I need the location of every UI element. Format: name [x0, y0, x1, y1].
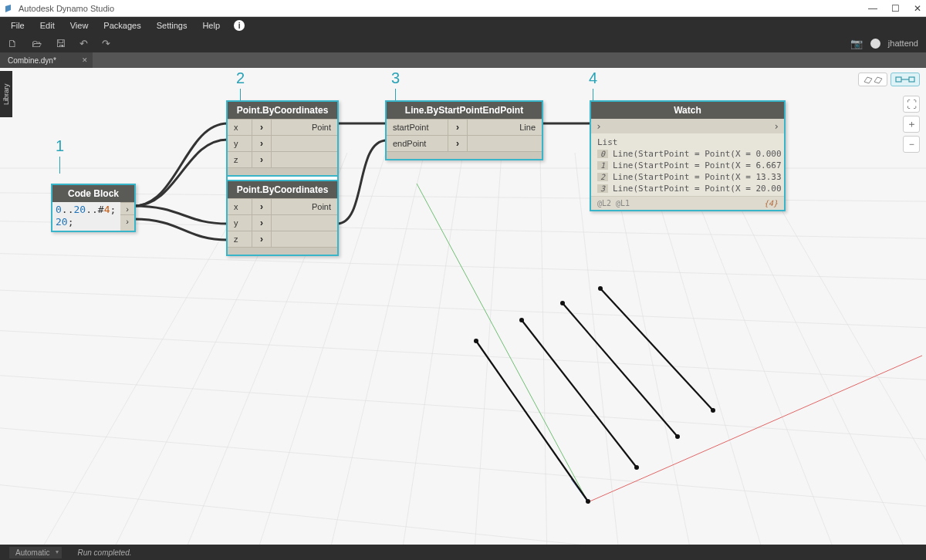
- menu-file[interactable]: File: [3, 21, 32, 30]
- user-avatar-icon[interactable]: [870, 39, 880, 49]
- output-port-1[interactable]: ›: [120, 202, 134, 214]
- menu-settings[interactable]: Settings: [149, 21, 195, 30]
- open-file-icon[interactable]: 🗁: [32, 38, 42, 49]
- run-mode-dropdown[interactable]: Automatic: [9, 547, 62, 558]
- chevron-right-icon[interactable]: ›: [252, 136, 272, 151]
- node-point-group[interactable]: Point.ByCoordinates x›Point y› z› Point.…: [226, 100, 339, 256]
- fit-view-icon[interactable]: ⛶: [903, 96, 920, 113]
- svg-point-37: [560, 301, 565, 305]
- zoom-out-icon[interactable]: －: [903, 136, 920, 153]
- undo-icon[interactable]: ↶: [79, 38, 88, 49]
- library-panel-toggle[interactable]: Library: [0, 71, 12, 117]
- svg-point-40: [711, 408, 715, 413]
- view-mode-toolbar: [858, 73, 920, 86]
- svg-line-27: [417, 184, 588, 502]
- watch-output-port[interactable]: ›: [773, 120, 779, 132]
- output-point[interactable]: Point: [272, 199, 337, 214]
- svg-line-31: [563, 303, 678, 437]
- chevron-right-icon[interactable]: ›: [448, 136, 468, 151]
- svg-line-8: [0, 415, 926, 519]
- menu-edit[interactable]: Edit: [32, 21, 63, 30]
- chevron-right-icon[interactable]: ›: [252, 120, 272, 135]
- tab-label: Combine.dyn*: [8, 56, 56, 65]
- input-x[interactable]: x: [228, 120, 252, 135]
- new-file-icon[interactable]: 🗋: [8, 38, 18, 49]
- view-graph-icon[interactable]: [891, 73, 920, 86]
- node-header[interactable]: Line.ByStartPointEndPoint: [387, 102, 542, 119]
- svg-point-34: [586, 499, 590, 504]
- node-code-block[interactable]: Code Block 0..20..#4; 20; › ›: [51, 184, 136, 232]
- svg-point-33: [474, 339, 478, 343]
- watch-levels: @L2 @L1: [597, 199, 630, 207]
- input-z[interactable]: z: [228, 152, 252, 167]
- svg-line-29: [476, 341, 588, 501]
- watch-count: {4}: [764, 199, 778, 207]
- menu-help[interactable]: Help: [194, 21, 228, 30]
- save-file-icon[interactable]: 🖫: [56, 38, 66, 49]
- node-footer: [387, 151, 542, 159]
- node-footer: [228, 167, 337, 175]
- input-x[interactable]: x: [228, 199, 252, 214]
- node-header[interactable]: Code Block: [52, 185, 134, 202]
- redo-icon[interactable]: ↷: [102, 38, 110, 49]
- svg-line-4: [0, 249, 926, 284]
- svg-line-7: [0, 365, 926, 450]
- user-name[interactable]: jhattend: [888, 39, 918, 48]
- input-z[interactable]: z: [228, 231, 252, 247]
- output-point[interactable]: Point: [272, 120, 337, 135]
- info-icon[interactable]: i: [234, 20, 245, 31]
- chevron-right-icon[interactable]: ›: [252, 215, 272, 231]
- minimize-button[interactable]: ―: [868, 3, 877, 14]
- svg-rect-42: [909, 77, 914, 82]
- menu-bar: File Edit View Packages Settings Help i: [0, 17, 926, 34]
- svg-line-2: [0, 191, 926, 203]
- svg-line-25: [749, 153, 926, 545]
- camera-icon[interactable]: 📷: [850, 38, 863, 49]
- window-titlebar: Autodesk Dynamo Studio ― ☐ ✕: [0, 0, 926, 17]
- svg-point-39: [598, 286, 603, 291]
- svg-point-38: [675, 434, 680, 439]
- node-line[interactable]: Line.ByStartPointEndPoint startPoint›Lin…: [385, 100, 543, 160]
- status-message: Run completed.: [77, 548, 131, 557]
- input-startpoint[interactable]: startPoint: [387, 120, 448, 135]
- input-y[interactable]: y: [228, 215, 252, 231]
- zoom-in-icon[interactable]: ＋: [903, 116, 920, 133]
- node-header[interactable]: Point.ByCoordinates: [228, 181, 337, 198]
- callout-1: 1: [56, 137, 64, 174]
- document-tab[interactable]: Combine.dyn* ✕: [0, 52, 93, 68]
- svg-line-20: [575, 153, 625, 545]
- chevron-right-icon[interactable]: ›: [252, 152, 272, 167]
- zoom-toolbar: ⛶ ＋ －: [903, 96, 920, 153]
- view-3d-icon[interactable]: [858, 73, 887, 86]
- app-title: Autodesk Dynamo Studio: [19, 4, 114, 13]
- watch-row: 3Line(StartPoint = Point(X = 20.00: [597, 183, 778, 194]
- svg-rect-41: [896, 77, 901, 82]
- output-line[interactable]: Line: [468, 120, 542, 135]
- workspace[interactable]: Library 1 2 3 4 Code Block 0..20..#4; 20…: [0, 68, 926, 545]
- svg-line-30: [522, 320, 637, 467]
- chevron-right-icon[interactable]: ›: [252, 199, 272, 214]
- menu-packages[interactable]: Packages: [96, 21, 148, 30]
- svg-line-3: [0, 218, 926, 241]
- chevron-right-icon[interactable]: ›: [448, 120, 468, 135]
- chevron-right-icon[interactable]: ›: [252, 231, 272, 247]
- input-y[interactable]: y: [228, 136, 252, 151]
- svg-line-22: [644, 153, 779, 545]
- node-header[interactable]: Point.ByCoordinates: [228, 102, 337, 119]
- maximize-button[interactable]: ☐: [891, 3, 900, 14]
- output-port-2[interactable]: ›: [120, 214, 134, 227]
- watch-row: 0Line(StartPoint = Point(X = 0.000: [597, 148, 778, 160]
- input-endpoint[interactable]: endPoint: [387, 136, 448, 151]
- node-header[interactable]: Watch: [591, 102, 784, 119]
- watch-row: 1Line(StartPoint = Point(X = 6.667: [597, 160, 778, 171]
- svg-line-5: [0, 284, 926, 334]
- code-input[interactable]: 0..20..#4; 20;: [52, 202, 120, 231]
- watch-input-port[interactable]: ›: [596, 120, 602, 132]
- svg-point-36: [634, 465, 639, 470]
- menu-view[interactable]: View: [63, 21, 96, 30]
- tab-close-icon[interactable]: ✕: [82, 56, 88, 64]
- close-button[interactable]: ✕: [914, 3, 921, 14]
- svg-line-32: [600, 288, 713, 410]
- svg-line-9: [0, 469, 926, 545]
- node-watch[interactable]: Watch › › List 0Line(StartPoint = Point(…: [590, 100, 786, 211]
